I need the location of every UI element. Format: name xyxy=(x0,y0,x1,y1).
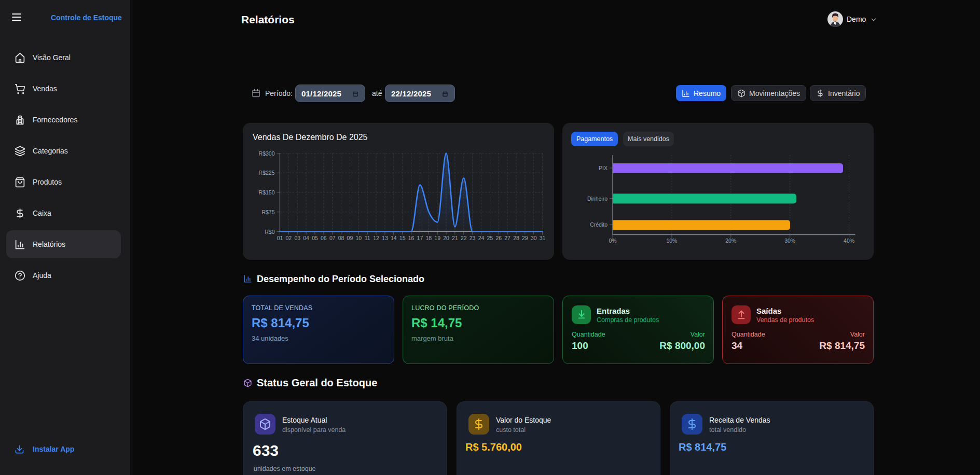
svg-text:19: 19 xyxy=(434,235,440,241)
svg-text:03: 03 xyxy=(294,235,300,241)
svg-text:R$300: R$300 xyxy=(259,150,275,157)
svg-text:15: 15 xyxy=(399,235,406,241)
svg-text:27: 27 xyxy=(504,235,510,241)
svg-text:R$225: R$225 xyxy=(259,170,275,176)
svg-text:20: 20 xyxy=(443,235,449,241)
svg-text:01: 01 xyxy=(277,235,283,241)
svg-text:14: 14 xyxy=(391,235,397,241)
svg-text:28: 28 xyxy=(513,235,519,241)
svg-text:17: 17 xyxy=(417,235,423,241)
svg-text:16: 16 xyxy=(408,235,415,241)
svg-text:31: 31 xyxy=(540,235,546,241)
svg-text:Crédito: Crédito xyxy=(590,221,608,228)
svg-text:21: 21 xyxy=(452,235,458,241)
svg-text:18: 18 xyxy=(425,235,432,241)
svg-text:07: 07 xyxy=(329,235,336,241)
svg-text:40%: 40% xyxy=(844,238,854,244)
svg-text:30: 30 xyxy=(531,235,537,241)
svg-text:30%: 30% xyxy=(784,238,795,244)
svg-text:10: 10 xyxy=(355,235,362,241)
svg-text:29: 29 xyxy=(522,235,528,241)
svg-text:23: 23 xyxy=(470,235,476,241)
svg-text:22: 22 xyxy=(461,235,467,241)
svg-text:08: 08 xyxy=(338,235,344,241)
svg-text:13: 13 xyxy=(382,235,388,241)
svg-text:R$150: R$150 xyxy=(259,189,275,195)
svg-text:R$75: R$75 xyxy=(261,209,274,215)
svg-text:0%: 0% xyxy=(609,238,616,244)
svg-text:04: 04 xyxy=(303,235,309,241)
svg-text:02: 02 xyxy=(286,235,292,241)
svg-text:25: 25 xyxy=(487,235,493,241)
svg-text:11: 11 xyxy=(365,235,370,241)
svg-text:06: 06 xyxy=(321,235,327,241)
svg-text:R$0: R$0 xyxy=(265,229,274,235)
svg-text:PIX: PIX xyxy=(599,165,608,171)
svg-text:12: 12 xyxy=(373,235,379,241)
svg-text:26: 26 xyxy=(495,235,502,241)
svg-text:10%: 10% xyxy=(666,238,677,244)
svg-text:24: 24 xyxy=(478,235,485,241)
svg-text:05: 05 xyxy=(312,235,318,241)
svg-text:Dinheiro: Dinheiro xyxy=(587,195,608,202)
svg-text:09: 09 xyxy=(347,235,353,241)
svg-text:20%: 20% xyxy=(725,238,736,244)
